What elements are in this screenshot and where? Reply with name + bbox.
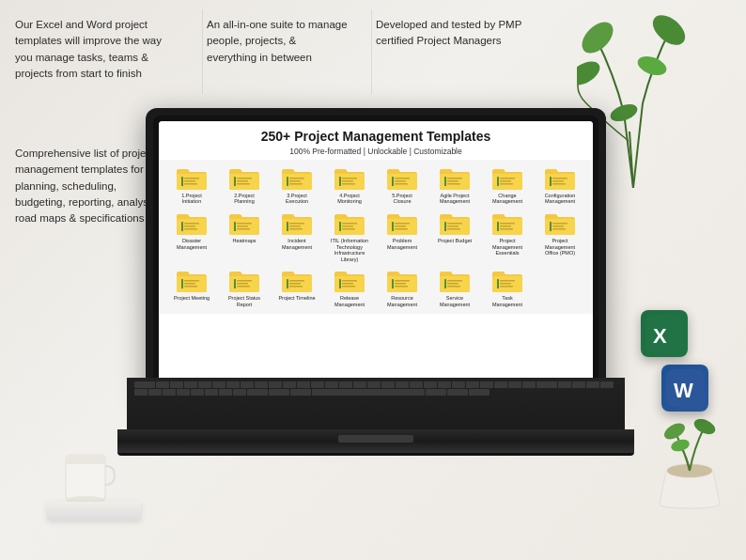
svg-rect-93 [500, 280, 515, 282]
keyboard-key [522, 381, 536, 388]
svg-rect-10 [237, 180, 248, 182]
folder-item: Project Management Essentials [482, 209, 533, 264]
keyboard-key [494, 381, 507, 388]
svg-rect-20 [339, 177, 341, 186]
svg-rect-55 [395, 228, 408, 230]
divider-2 [371, 9, 372, 94]
laptop: 250+ Project Management Templates 100% P… [146, 108, 606, 456]
text-top-center: An all-in-one suite to manage people, pr… [207, 17, 348, 66]
keyboard-key [148, 389, 162, 396]
svg-rect-98 [66, 455, 105, 464]
folder-icon [490, 210, 524, 237]
svg-rect-68 [550, 222, 552, 231]
svg-rect-72 [181, 279, 183, 288]
keyboard-key [163, 389, 176, 396]
svg-rect-60 [444, 222, 446, 231]
folder-label: 3.Project Execution [277, 193, 317, 205]
svg-rect-73 [237, 280, 252, 282]
svg-rect-94 [500, 283, 511, 285]
text-top-right: Developed and tested by PMP certified Pr… [376, 17, 545, 50]
svg-rect-12 [234, 177, 236, 186]
svg-rect-66 [552, 226, 564, 227]
folder-item: ITIL (Information Technology Infrastruct… [324, 209, 375, 264]
folder-icon [227, 165, 261, 192]
svg-rect-27 [447, 183, 460, 185]
svg-rect-47 [289, 228, 303, 230]
keyboard-key [269, 381, 282, 388]
folder-icon [543, 165, 577, 192]
folder-label: 5.Project Closure [382, 193, 422, 205]
folder-icon [385, 210, 419, 237]
svg-rect-88 [392, 279, 394, 288]
svg-rect-34 [552, 180, 564, 182]
folder-label: ITIL (Information Technology Infrastruct… [330, 238, 369, 262]
screen-subtitle: 100% Pre-formatted | Unlockable | Custom… [170, 147, 582, 156]
svg-rect-91 [447, 286, 460, 288]
folder-item: Project Meeting [166, 266, 217, 309]
keyboard-key [219, 389, 232, 396]
laptop-keyboard [127, 378, 625, 429]
folder-label: Disaster Management [172, 238, 211, 250]
svg-rect-32 [497, 177, 499, 186]
svg-rect-28 [444, 177, 446, 186]
svg-rect-78 [289, 283, 301, 285]
folder-icon [333, 210, 366, 237]
marble-coaster [47, 502, 141, 521]
keyboard-key [177, 389, 190, 396]
svg-rect-41 [237, 223, 252, 225]
svg-rect-9 [237, 178, 252, 179]
svg-rect-17 [342, 178, 357, 179]
svg-rect-15 [289, 183, 303, 185]
svg-rect-37 [184, 223, 199, 225]
folder-item: Project Timeline [272, 266, 322, 309]
keyboard-key [297, 381, 310, 388]
folder-icon [543, 210, 577, 237]
laptop-screen: 250+ Project Management Templates 100% P… [159, 121, 593, 386]
top-right-line2: certified Project Managers [376, 35, 502, 46]
svg-rect-24 [392, 177, 394, 186]
svg-rect-59 [447, 228, 460, 230]
keyboard-key [466, 381, 479, 388]
keyboard-key [353, 381, 366, 388]
keyboard-key [134, 381, 155, 388]
svg-rect-14 [289, 180, 301, 182]
svg-rect-13 [289, 178, 304, 179]
folder-label: Resource Management [382, 295, 422, 307]
svg-point-103 [661, 420, 688, 443]
keyboard-key [396, 381, 409, 388]
svg-point-105 [670, 438, 691, 454]
laptop-base [117, 429, 634, 456]
keyboard-key [600, 381, 614, 388]
svg-rect-74 [237, 283, 248, 285]
svg-rect-77 [289, 280, 304, 282]
keyboard-key [184, 381, 197, 388]
svg-rect-52 [339, 222, 341, 231]
folder-item: Project Status Report [219, 266, 270, 309]
folder-label: Configuration Management [540, 193, 580, 205]
svg-rect-85 [395, 280, 410, 282]
folder-icon [175, 268, 209, 294]
folder-icon [333, 165, 366, 192]
keyboard-key [469, 389, 490, 396]
svg-rect-64 [497, 222, 499, 231]
svg-rect-33 [552, 178, 567, 179]
keyboard-key [447, 389, 468, 396]
excel-icon: X [641, 310, 688, 357]
folder-item: Disaster Management [166, 209, 217, 264]
top-left-label: Our Excel and Word project templates wil… [15, 19, 162, 79]
svg-rect-23 [395, 183, 408, 185]
svg-rect-40 [181, 222, 183, 231]
svg-rect-25 [447, 178, 462, 179]
keyboard-key [269, 389, 289, 396]
keyboard-key [212, 381, 225, 388]
text-top-left: Our Excel and Word project templates wil… [15, 17, 165, 82]
folder-item: Change Management [482, 163, 533, 207]
folder-label: Agile Project Management [435, 193, 474, 205]
plant-pot [652, 419, 727, 513]
svg-rect-16 [287, 177, 288, 186]
keyboard-key [247, 389, 268, 396]
keyboard-key [290, 389, 311, 396]
svg-rect-58 [447, 226, 458, 227]
svg-rect-19 [342, 183, 355, 185]
keyboard-key [134, 389, 148, 396]
